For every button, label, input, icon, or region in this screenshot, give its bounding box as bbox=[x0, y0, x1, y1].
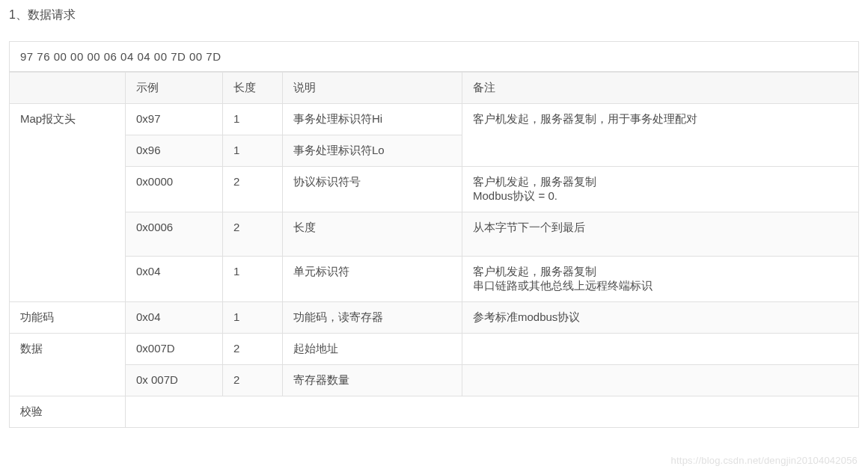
cell-desc: 长度 bbox=[283, 212, 462, 257]
header-group bbox=[10, 73, 126, 104]
table-row: 0x04 1 单元标识符 客户机发起，服务器复制串口链路或其他总线上远程终端标识 bbox=[10, 257, 859, 302]
header-desc: 说明 bbox=[283, 73, 462, 104]
cell-length: 2 bbox=[223, 365, 283, 396]
cell-desc: 事务处理标识符Hi bbox=[283, 104, 462, 135]
cell-example: 0x96 bbox=[126, 135, 223, 167]
table-row: 0x 007D 2 寄存器数量 bbox=[10, 365, 859, 396]
cell-remark: 参考标准modbus协议 bbox=[462, 302, 859, 334]
cell-remark bbox=[462, 334, 859, 365]
header-remark: 备注 bbox=[462, 73, 859, 104]
cell-remark bbox=[462, 365, 859, 396]
protocol-table: 示例 长度 说明 备注 Map报文头 0x97 1 事务处理标识符Hi 客户机发… bbox=[9, 72, 859, 428]
table-header-row: 示例 长度 说明 备注 bbox=[10, 73, 859, 104]
table-row: 0x0006 2 长度 从本字节下一个到最后 bbox=[10, 212, 859, 257]
cell-remark: 从本字节下一个到最后 bbox=[462, 212, 859, 257]
group-data: 数据 bbox=[10, 334, 126, 396]
cell-remark: 客户机发起，服务器复制串口链路或其他总线上远程终端标识 bbox=[462, 257, 859, 302]
cell-example: 0x0006 bbox=[126, 212, 223, 257]
cell-empty bbox=[126, 396, 859, 428]
cell-example: 0x007D bbox=[126, 334, 223, 365]
header-length: 长度 bbox=[223, 73, 283, 104]
cell-remark: 客户机发起，服务器复制Modbus协议 = 0. bbox=[462, 167, 859, 212]
section-title: 1、数据请求 bbox=[9, 7, 859, 23]
cell-desc: 功能码，读寄存器 bbox=[283, 302, 462, 334]
hex-data-line: 97 76 00 00 00 06 04 04 00 7D 00 7D bbox=[9, 41, 859, 72]
cell-length: 2 bbox=[223, 167, 283, 212]
cell-length: 1 bbox=[223, 104, 283, 135]
cell-example: 0x 007D bbox=[126, 365, 223, 396]
cell-desc: 单元标识符 bbox=[283, 257, 462, 302]
cell-length: 1 bbox=[223, 135, 283, 167]
table-row: Map报文头 0x97 1 事务处理标识符Hi 客户机发起，服务器复制，用于事务… bbox=[10, 104, 859, 135]
table-row: 校验 bbox=[10, 396, 859, 428]
cell-example: 0x97 bbox=[126, 104, 223, 135]
cell-desc: 起始地址 bbox=[283, 334, 462, 365]
cell-length: 2 bbox=[223, 212, 283, 257]
cell-desc: 协议标识符号 bbox=[283, 167, 462, 212]
cell-example: 0x0000 bbox=[126, 167, 223, 212]
cell-desc: 寄存器数量 bbox=[283, 365, 462, 396]
cell-desc: 事务处理标识符Lo bbox=[283, 135, 462, 167]
cell-example: 0x04 bbox=[126, 302, 223, 334]
table-row: 数据 0x007D 2 起始地址 bbox=[10, 334, 859, 365]
cell-remark: 客户机发起，服务器复制，用于事务处理配对 bbox=[462, 104, 859, 167]
table-row: 功能码 0x04 1 功能码，读寄存器 参考标准modbus协议 bbox=[10, 302, 859, 334]
header-example: 示例 bbox=[126, 73, 223, 104]
table-row: 0x0000 2 协议标识符号 客户机发起，服务器复制Modbus协议 = 0. bbox=[10, 167, 859, 212]
group-check: 校验 bbox=[10, 396, 126, 428]
cell-length: 1 bbox=[223, 302, 283, 334]
group-func-code: 功能码 bbox=[10, 302, 126, 334]
cell-length: 2 bbox=[223, 334, 283, 365]
cell-example: 0x04 bbox=[126, 257, 223, 302]
cell-length: 1 bbox=[223, 257, 283, 302]
group-map-header: Map报文头 bbox=[10, 104, 126, 302]
